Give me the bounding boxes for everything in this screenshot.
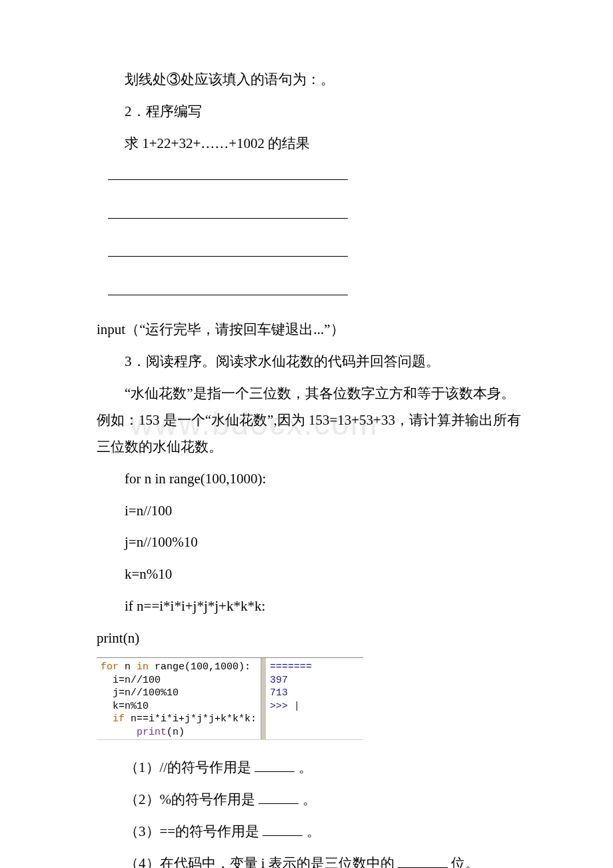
blank-q3: [263, 823, 303, 836]
code-editor-pane: for n in range(100,1000): i=n//100 j=n//…: [97, 658, 262, 739]
kw-for: for: [101, 661, 119, 673]
question-3: （3）==的符号作用是 。: [97, 819, 526, 845]
answer-blank-1: [97, 163, 526, 189]
line-blank-3: 划线处③处应该填入的语句为：。: [97, 67, 526, 93]
narcissus-description: “水仙花数”是指一个三位数，其各位数字立方和等于该数本身。例如：153 是一个“…: [97, 381, 526, 461]
code-line-6: print(n): [97, 625, 526, 652]
heading-read-program: 3．阅读程序。阅读求水仙花数的代码并回答问题。: [97, 349, 526, 375]
blank-q1: [255, 759, 295, 772]
kw-in: in: [137, 661, 149, 673]
code-line-4: k=n%10: [97, 561, 526, 588]
blank-q4: [398, 855, 448, 868]
kw-if: if: [101, 713, 125, 725]
code-line-5: if n==i*i*i+j*j*j+k*k*k:: [97, 593, 526, 620]
fn-print: print: [101, 727, 167, 738]
problem-sum: 求 1+22+32+……+1002 的结果: [97, 131, 526, 157]
blank-q2: [259, 791, 299, 804]
code-line-1: for n in range(100,1000):: [97, 466, 526, 493]
question-4: （4）在代码中，变量 i 表示的是三位数中的 位。: [97, 851, 526, 868]
code-screenshot: for n in range(100,1000): i=n//100 j=n//…: [97, 657, 363, 740]
question-1: （1）//的符号作用是 。: [97, 755, 526, 781]
heading-program-write: 2．程序编写: [97, 99, 526, 125]
question-2: （2）%的符号作用是 。: [97, 787, 526, 813]
answer-blank-2: [97, 201, 526, 228]
input-line: input（“运行完毕，请按回车键退出...”）: [97, 317, 526, 343]
document-content: 划线处③处应该填入的语句为：。 2．程序编写 求 1+22+32+……+1002…: [97, 67, 526, 868]
code-line-3: j=n//100%10: [97, 529, 526, 556]
code-line-2: i=n//100: [97, 498, 526, 525]
code-output-pane: ======= 397 713 >>> |: [262, 658, 355, 739]
answer-blank-3: [97, 239, 526, 266]
answer-blank-4: [97, 278, 526, 305]
